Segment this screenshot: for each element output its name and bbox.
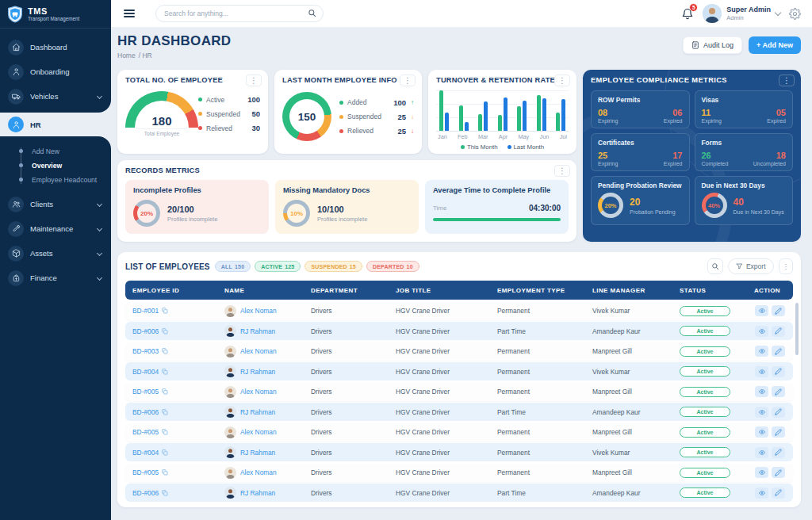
wrench-icon	[8, 221, 24, 237]
filter-pill-all[interactable]: ALL 150	[215, 261, 251, 272]
copy-icon[interactable]	[162, 369, 168, 375]
table-row: BD-#006 RJ Rahman Drivers HGV Crane Driv…	[125, 484, 793, 502]
copy-icon[interactable]	[162, 409, 168, 415]
sidebar-item-dashboard[interactable]: Dashboard	[0, 35, 111, 59]
user-menu[interactable]: Super Admin Admin	[703, 4, 780, 23]
gauge-label: Due in Next 30 Days	[733, 209, 784, 215]
employee-job-title: HGV Crane Driver	[389, 307, 490, 315]
copy-icon[interactable]	[162, 429, 168, 435]
employee-name-link[interactable]: RJ Rahman	[240, 408, 275, 416]
edit-pencil-icon[interactable]	[772, 488, 785, 499]
column-header-job-title: JOB TITLE	[389, 287, 490, 294]
edit-pencil-icon[interactable]	[772, 366, 785, 377]
kebab-menu-icon[interactable]: ⋮	[554, 165, 570, 177]
employee-name-link[interactable]: Alex Noman	[240, 347, 277, 355]
employee-employment-type: Permanent	[490, 468, 585, 476]
filter-pill-suspended[interactable]: SUSPENDED 15	[304, 261, 362, 272]
tile-title: Certificates	[598, 139, 683, 147]
view-eye-icon[interactable]	[755, 366, 768, 377]
sidebar-item-assets[interactable]: Assets	[0, 241, 111, 266]
notifications-bell-icon[interactable]: 5	[681, 7, 694, 21]
copy-icon[interactable]	[162, 469, 168, 476]
table-search-button[interactable]	[707, 258, 723, 274]
hr-submenu-item-employee-headcount[interactable]: Employee Headcount	[0, 173, 111, 187]
search-input[interactable]	[155, 5, 324, 22]
employee-id-link[interactable]: BD-#005	[132, 388, 159, 396]
kebab-menu-icon[interactable]: ⋮	[779, 75, 795, 86]
view-eye-icon[interactable]	[755, 407, 768, 418]
sidebar-item-onboarding[interactable]: Onboarding	[0, 59, 111, 84]
employee-id-link[interactable]: BD-#004	[132, 368, 159, 376]
view-eye-icon[interactable]	[755, 346, 768, 357]
employee-id-link[interactable]: BD-#004	[132, 449, 159, 457]
employee-name-link[interactable]: RJ Rahman	[240, 327, 275, 335]
settings-gear-icon[interactable]	[789, 8, 801, 20]
edit-pencil-icon[interactable]	[772, 447, 785, 458]
kebab-menu-icon[interactable]: ⋮	[246, 75, 262, 86]
employee-id-link[interactable]: BD-#006	[132, 408, 159, 416]
view-eye-icon[interactable]	[755, 386, 768, 397]
employee-name-link[interactable]: RJ Rahman	[240, 449, 275, 457]
employee-name-link[interactable]: Alex Noman	[240, 428, 277, 436]
hr-submenu-item-overview[interactable]: Overview	[0, 159, 111, 173]
view-eye-icon[interactable]	[755, 447, 768, 458]
edit-pencil-icon[interactable]	[772, 326, 785, 337]
sidebar-item-finance[interactable]: Finance	[0, 266, 111, 290]
table-kebab-menu[interactable]: ⋮	[779, 258, 794, 274]
employee-id-link[interactable]: BD-#003	[132, 347, 159, 355]
employee-id-link[interactable]: BD-#006	[132, 489, 159, 497]
copy-icon[interactable]	[162, 308, 168, 314]
employee-name-link[interactable]: RJ Rahman	[240, 368, 275, 376]
employee-id-link[interactable]: BD-#005	[132, 428, 159, 436]
edit-pencil-icon[interactable]	[772, 305, 785, 316]
kebab-menu-icon[interactable]: ⋮	[400, 75, 416, 86]
employee-id-link[interactable]: BD-#001	[132, 307, 159, 315]
sidebar-item-clients[interactable]: Clients	[0, 192, 111, 216]
employee-id-link[interactable]: BD-#006	[132, 327, 159, 335]
tile-label: Profiles incomplete	[167, 216, 217, 223]
copy-icon[interactable]	[162, 449, 168, 456]
edit-pencil-icon[interactable]	[772, 407, 785, 418]
audit-log-button[interactable]: Audit Log	[683, 36, 742, 54]
bar-last-month	[484, 101, 488, 131]
edit-pencil-icon[interactable]	[772, 386, 785, 397]
export-button[interactable]: Export	[728, 258, 774, 274]
search-icon[interactable]	[308, 9, 316, 17]
sidebar-item-vehicles[interactable]: Vehicles	[0, 84, 111, 109]
status-badge: Active	[680, 407, 730, 417]
view-eye-icon[interactable]	[755, 488, 768, 499]
edit-pencil-icon[interactable]	[772, 346, 785, 357]
employee-department: Drivers	[304, 428, 389, 436]
compliance-tile-forms: Forms 26 Completed 18 Uncompleted	[695, 133, 794, 171]
copy-icon[interactable]	[162, 348, 168, 354]
employee-list-title: LIST OF EMPLOYEES	[125, 262, 210, 271]
employee-name-link[interactable]: Alex Noman	[240, 468, 277, 476]
view-eye-icon[interactable]	[755, 305, 768, 316]
app-logo[interactable]: TMS Transport Management	[0, 0, 111, 29]
add-new-button[interactable]: + Add New	[749, 36, 801, 54]
filter-pill-departed[interactable]: DEPARTED 10	[366, 261, 419, 272]
employee-name-link[interactable]: RJ Rahman	[240, 489, 275, 497]
sidebar-item-maintenance[interactable]: Maintenance	[0, 216, 111, 241]
filter-pill-active[interactable]: ACTIVE 125	[255, 261, 301, 272]
edit-pencil-icon[interactable]	[772, 426, 785, 438]
edit-pencil-icon[interactable]	[772, 467, 785, 478]
view-eye-icon[interactable]	[755, 326, 768, 337]
breadcrumb-home[interactable]: Home	[117, 52, 136, 59]
kebab-menu-icon[interactable]: ⋮	[554, 75, 570, 86]
employee-name-link[interactable]: Alex Noman	[240, 388, 277, 396]
hr-submenu-item-add-new[interactable]: Add New	[0, 144, 111, 159]
view-eye-icon[interactable]	[755, 467, 768, 478]
view-eye-icon[interactable]	[755, 426, 768, 438]
copy-icon[interactable]	[162, 388, 168, 395]
sidebar-item-hr[interactable]: HR	[0, 113, 111, 136]
sidebar-item-label: Maintenance	[30, 224, 73, 233]
employee-id-link[interactable]: BD-#005	[132, 468, 159, 476]
hamburger-menu-icon[interactable]	[124, 7, 135, 19]
table-scrollbar[interactable]	[795, 303, 799, 355]
employee-name-link[interactable]: Alex Noman	[240, 307, 277, 315]
copy-icon[interactable]	[162, 328, 168, 335]
copy-icon[interactable]	[162, 490, 168, 496]
card-title: TURNOVER & RETENTION RATE	[436, 76, 569, 84]
finance-icon	[8, 270, 24, 286]
